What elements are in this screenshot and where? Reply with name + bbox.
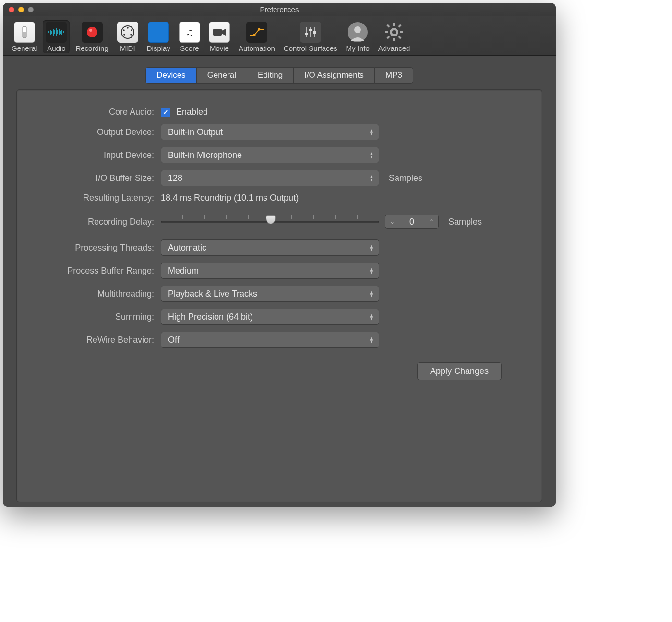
chevron-up-icon[interactable]: ⌃ bbox=[425, 218, 438, 225]
toolbar-general[interactable]: General bbox=[9, 20, 40, 53]
multithreading-select[interactable]: Playback & Live Tracks ▲▼ bbox=[161, 286, 379, 302]
automation-icon bbox=[246, 22, 267, 43]
subtab-general[interactable]: General bbox=[196, 67, 247, 84]
toolbar-automation[interactable]: Automation bbox=[236, 20, 278, 53]
close-window-button[interactable] bbox=[9, 7, 14, 12]
sub-tab-bar: Devices General Editing I/O Assignments … bbox=[16, 67, 542, 84]
person-icon bbox=[347, 22, 368, 43]
summing-select[interactable]: High Precision (64 bit) ▲▼ bbox=[161, 309, 379, 325]
svg-point-13 bbox=[87, 27, 97, 37]
svg-rect-39 bbox=[387, 24, 390, 27]
minimize-window-button[interactable] bbox=[18, 7, 24, 12]
subtab-editing[interactable]: Editing bbox=[247, 67, 293, 84]
svg-rect-22 bbox=[213, 29, 222, 36]
select-value: Medium bbox=[168, 266, 199, 276]
gear-icon bbox=[384, 22, 405, 43]
rewire-label: ReWire Behavior: bbox=[36, 335, 161, 345]
svg-rect-37 bbox=[385, 31, 388, 33]
io-buffer-select[interactable]: 128 ▲▼ bbox=[161, 170, 379, 186]
process-buffer-range-label: Process Buffer Range: bbox=[36, 266, 161, 276]
recording-delay-stepper[interactable]: ⌄ 0 ⌃ bbox=[385, 215, 439, 229]
toolbar-display[interactable]: Display bbox=[144, 20, 173, 53]
toolbar-my-info[interactable]: My Info bbox=[343, 20, 372, 53]
processing-threads-label: Processing Threads: bbox=[36, 243, 161, 253]
subtab-devices[interactable]: Devices bbox=[145, 67, 196, 84]
subtab-io-assignments[interactable]: I/O Assignments bbox=[293, 67, 374, 84]
window-title: Preferences bbox=[3, 5, 556, 13]
toolbar-movie[interactable]: Movie bbox=[206, 20, 233, 53]
updown-icon: ▲▼ bbox=[369, 152, 374, 158]
output-device-label: Output Device: bbox=[36, 127, 161, 137]
latency-label: Resulting Latency: bbox=[36, 193, 161, 203]
select-value: Playback & Live Tracks bbox=[168, 289, 257, 299]
toolbar-control-surfaces[interactable]: Control Surfaces bbox=[281, 20, 340, 53]
core-audio-label: Core Audio: bbox=[36, 107, 161, 117]
recording-delay-label: Recording Delay: bbox=[36, 217, 161, 227]
content-area: Devices General Editing I/O Assignments … bbox=[3, 56, 556, 507]
recording-delay-slider[interactable] bbox=[161, 221, 379, 223]
preferences-window: Preferences General Audio Recording MID bbox=[3, 3, 556, 507]
toolbar-score[interactable]: ♫ Score bbox=[176, 20, 203, 53]
stepper-value: 0 bbox=[409, 217, 414, 227]
updown-icon: ▲▼ bbox=[369, 175, 374, 181]
select-value: Automatic bbox=[168, 243, 206, 253]
apply-changes-button[interactable]: Apply Changes bbox=[417, 362, 502, 380]
processing-threads-select[interactable]: Automatic ▲▼ bbox=[161, 239, 379, 256]
toolbar-label: Recording bbox=[75, 44, 108, 52]
svg-point-43 bbox=[392, 30, 396, 34]
core-audio-checkbox[interactable]: ✓ bbox=[161, 108, 170, 117]
svg-rect-42 bbox=[387, 36, 390, 39]
svg-point-25 bbox=[258, 28, 260, 31]
svg-point-24 bbox=[253, 34, 255, 36]
toolbar-label: Automation bbox=[239, 44, 275, 52]
toolbar-label: My Info bbox=[346, 44, 370, 52]
waveform-icon bbox=[46, 22, 67, 43]
toolbar-label: Movie bbox=[210, 44, 229, 52]
switch-icon bbox=[14, 22, 35, 43]
io-buffer-suffix: Samples bbox=[389, 173, 422, 183]
select-value: Off bbox=[168, 335, 180, 345]
midi-plug-icon bbox=[117, 22, 138, 43]
svg-rect-35 bbox=[393, 23, 395, 26]
toolbar-midi[interactable]: MIDI bbox=[114, 20, 141, 53]
svg-marker-23 bbox=[222, 29, 226, 36]
record-icon bbox=[82, 22, 103, 43]
titlebar: Preferences bbox=[3, 3, 556, 16]
latency-value: 18.4 ms Roundtrip (10.1 ms Output) bbox=[161, 193, 299, 203]
toolbar-recording[interactable]: Recording bbox=[72, 20, 111, 53]
camera-icon bbox=[209, 22, 230, 43]
faders-icon bbox=[300, 22, 321, 43]
input-device-select[interactable]: Built-in Microphone ▲▼ bbox=[161, 147, 379, 163]
music-note-icon: ♫ bbox=[179, 22, 200, 43]
subtab-mp3[interactable]: MP3 bbox=[374, 67, 413, 84]
rewire-select[interactable]: Off ▲▼ bbox=[161, 332, 379, 348]
toolbar-audio[interactable]: Audio bbox=[43, 20, 70, 53]
toolbar-advanced[interactable]: Advanced bbox=[375, 20, 413, 53]
input-device-label: Input Device: bbox=[36, 150, 161, 160]
process-buffer-range-select[interactable]: Medium ▲▼ bbox=[161, 263, 379, 279]
toolbar-label: Score bbox=[180, 44, 199, 52]
svg-rect-40 bbox=[398, 36, 402, 39]
svg-rect-29 bbox=[305, 33, 308, 35]
core-audio-checkbox-label: Enabled bbox=[176, 107, 208, 117]
multithreading-label: Multithreading: bbox=[36, 289, 161, 299]
svg-point-19 bbox=[123, 34, 125, 36]
devices-panel: Core Audio: ✓ Enabled Output Device: Bui… bbox=[16, 89, 542, 502]
svg-point-14 bbox=[89, 29, 92, 32]
toolbar-label: MIDI bbox=[120, 44, 135, 52]
chevron-down-icon[interactable]: ⌄ bbox=[385, 218, 399, 225]
svg-rect-31 bbox=[313, 31, 316, 34]
output-device-select[interactable]: Built-in Output ▲▼ bbox=[161, 124, 379, 140]
svg-point-20 bbox=[130, 34, 132, 36]
preferences-toolbar: General Audio Recording MIDI Display bbox=[3, 16, 556, 56]
toolbar-label: General bbox=[12, 44, 37, 52]
summing-label: Summing: bbox=[36, 312, 161, 322]
svg-rect-30 bbox=[309, 29, 312, 31]
svg-point-33 bbox=[354, 26, 361, 33]
updown-icon: ▲▼ bbox=[369, 336, 374, 343]
select-value: Built-in Microphone bbox=[168, 150, 242, 160]
svg-rect-38 bbox=[400, 31, 403, 33]
zoom-window-button[interactable] bbox=[28, 7, 34, 12]
updown-icon: ▲▼ bbox=[369, 244, 374, 251]
toolbar-label: Audio bbox=[47, 44, 65, 52]
